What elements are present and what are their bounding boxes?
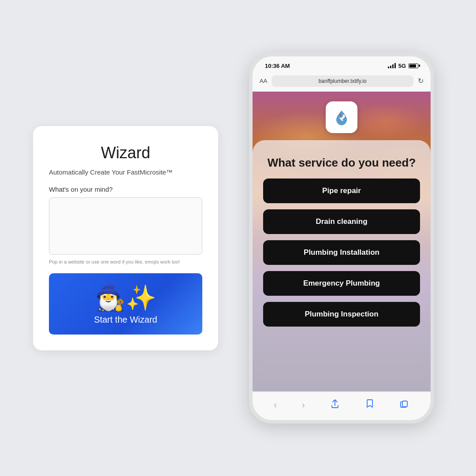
status-network: 5G xyxy=(398,63,406,69)
bookmarks-icon[interactable] xyxy=(365,399,375,411)
browser-aa-label[interactable]: AA xyxy=(260,78,267,84)
service-plumbing-installation-button[interactable]: Plumbing Installation xyxy=(263,240,420,265)
service-pipe-repair-button[interactable]: Pipe repair xyxy=(263,178,420,203)
browser-url-text: banffplumber.txtify.io xyxy=(319,78,367,84)
phone-content-card: What service do you need? Pipe repair Dr… xyxy=(253,140,431,391)
status-time: 10:36 AM xyxy=(265,63,290,69)
forward-button[interactable]: › xyxy=(302,400,305,410)
service-emergency-plumbing-label: Emergency Plumbing xyxy=(303,279,380,287)
phone-logo xyxy=(326,101,357,133)
start-wizard-button[interactable]: 🧙‍♂️✨ Start the Wizard xyxy=(49,273,202,335)
share-icon[interactable] xyxy=(330,399,340,411)
svg-rect-0 xyxy=(402,401,407,407)
service-question: What service do you need? xyxy=(268,156,416,170)
service-emergency-plumbing-button[interactable]: Emergency Plumbing xyxy=(263,271,420,296)
service-plumbing-inspection-button[interactable]: Plumbing Inspection xyxy=(263,302,420,327)
wizard-icon: 🧙‍♂️✨ xyxy=(95,286,156,310)
service-drain-cleaning-label: Drain cleaning xyxy=(316,217,367,226)
service-pipe-repair-label: Pipe repair xyxy=(322,186,361,195)
service-plumbing-installation-label: Plumbing Installation xyxy=(304,248,379,257)
browser-refresh-icon[interactable]: ↻ xyxy=(418,77,424,85)
wizard-card: Wizard Automatically Create Your FastMic… xyxy=(33,126,218,350)
battery-icon xyxy=(409,63,418,68)
wizard-title: Wizard xyxy=(49,144,202,162)
phone-mockup-container: 10:36 AM 5G AA xyxy=(240,53,443,424)
back-button[interactable]: ‹ xyxy=(274,400,277,410)
wizard-hint: Pop in a website or use one word if you … xyxy=(49,259,202,264)
phone-frame: 10:36 AM 5G AA xyxy=(249,53,434,424)
phone-bottom-nav: ‹ › xyxy=(253,391,431,420)
wizard-subtitle: Automatically Create Your FastMicrosite™ xyxy=(49,168,202,176)
phone-status-bar: 10:36 AM 5G xyxy=(253,56,431,73)
wizard-input-label: What's on your mind? xyxy=(49,186,202,193)
phone-browser-bar: AA banffplumber.txtify.io ↻ xyxy=(253,73,431,92)
page-container: Wizard Automatically Create Your FastMic… xyxy=(0,0,476,476)
wizard-button-label: Start the Wizard xyxy=(94,315,157,325)
service-plumbing-inspection-label: Plumbing Inspection xyxy=(305,310,378,318)
tabs-icon[interactable] xyxy=(399,399,409,411)
signal-bars-icon xyxy=(388,63,396,68)
browser-url-bar[interactable]: banffplumber.txtify.io xyxy=(271,75,413,87)
status-right: 5G xyxy=(388,63,418,69)
phone-logo-wrapper xyxy=(326,101,357,133)
service-drain-cleaning-button[interactable]: Drain cleaning xyxy=(263,209,420,234)
wizard-textarea[interactable] xyxy=(49,197,202,255)
phone-screen: What service do you need? Pipe repair Dr… xyxy=(253,92,431,391)
